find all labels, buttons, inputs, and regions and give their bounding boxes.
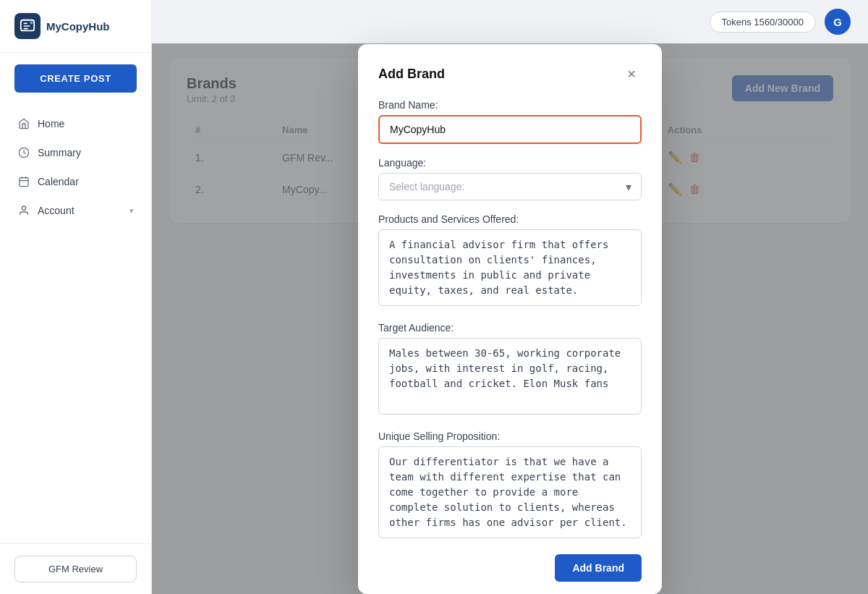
- sidebar: MyCopyHub CREATE POST Home Summary Calen…: [0, 0, 152, 594]
- target-audience-group: Target Audience: Males between 30-65, wo…: [378, 322, 642, 417]
- usp-label: Unique Selling Proposition:: [378, 430, 642, 442]
- content-area: Brands Limit: 2 of 3 Add New Brand # Nam…: [152, 43, 868, 594]
- main-content: Tokens 1560/30000 G Brands Limit: 2 of 3…: [152, 0, 868, 594]
- chevron-down-icon: ▾: [129, 206, 134, 216]
- products-label: Products and Services Offered:: [378, 213, 642, 225]
- add-brand-submit-button[interactable]: Add Brand: [555, 554, 642, 582]
- brand-switcher[interactable]: GFM Review: [14, 556, 137, 582]
- language-select[interactable]: Select language: English Spanish French …: [378, 173, 642, 200]
- modal-close-button[interactable]: ×: [621, 64, 642, 85]
- sidebar-item-summary[interactable]: Summary: [9, 139, 142, 166]
- brand-name-label: Brand Name:: [378, 99, 642, 111]
- modal-title: Add Brand: [378, 67, 445, 82]
- logo-icon: [14, 13, 41, 39]
- modal-footer: Add Brand: [378, 554, 642, 582]
- summary-icon: [17, 146, 30, 159]
- usp-group: Unique Selling Proposition: Our differen…: [378, 430, 642, 541]
- svg-rect-3: [20, 178, 28, 187]
- products-group: Products and Services Offered: A financi…: [378, 213, 642, 309]
- modal-overlay: Add Brand × Brand Name: Language: Select…: [152, 43, 868, 594]
- sidebar-footer: GFM Review: [0, 543, 151, 594]
- user-avatar[interactable]: G: [825, 9, 851, 35]
- logo-container: MyCopyHub: [0, 0, 151, 53]
- language-label: Language:: [378, 157, 642, 169]
- add-brand-modal: Add Brand × Brand Name: Language: Select…: [358, 44, 662, 594]
- target-audience-textarea[interactable]: Males between 30-65, working corporate j…: [378, 338, 642, 415]
- brand-name-input[interactable]: [378, 115, 642, 144]
- sidebar-item-home-label: Home: [38, 118, 64, 130]
- home-icon: [17, 117, 30, 130]
- calendar-icon: [17, 175, 30, 188]
- svg-point-1: [30, 22, 33, 25]
- products-textarea[interactable]: A financial advisor firm that offers con…: [378, 229, 642, 306]
- tokens-badge: Tokens 1560/30000: [710, 12, 816, 33]
- sidebar-nav: Home Summary Calendar Account ▾: [0, 104, 151, 543]
- topbar: Tokens 1560/30000 G: [152, 0, 868, 43]
- target-audience-label: Target Audience:: [378, 322, 642, 334]
- account-icon: [17, 204, 30, 217]
- language-select-wrapper: Select language: English Spanish French …: [378, 173, 642, 200]
- sidebar-item-account[interactable]: Account ▾: [9, 197, 142, 224]
- sidebar-item-summary-label: Summary: [38, 147, 81, 158]
- sidebar-item-account-label: Account: [38, 205, 75, 216]
- language-group: Language: Select language: English Spani…: [378, 157, 642, 200]
- modal-header: Add Brand ×: [378, 64, 642, 85]
- logo-text: MyCopyHub: [46, 20, 110, 33]
- brand-name-group: Brand Name:: [378, 99, 642, 144]
- sidebar-item-calendar-label: Calendar: [38, 176, 79, 187]
- create-post-button[interactable]: CREATE POST: [14, 64, 137, 93]
- sidebar-item-home[interactable]: Home: [9, 110, 142, 137]
- sidebar-item-calendar[interactable]: Calendar: [9, 168, 142, 195]
- usp-textarea[interactable]: Our differentiator is that we have a tea…: [378, 446, 642, 538]
- svg-point-7: [22, 206, 25, 210]
